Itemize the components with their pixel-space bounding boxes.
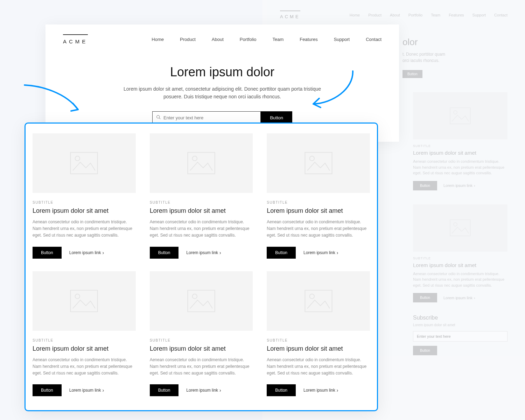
nav-portfolio[interactable]: Portfolio <box>240 37 257 42</box>
nav-team[interactable]: Team <box>273 37 284 42</box>
bg-card: SUBTITLE Lorem ipsum dolor sit amet Aene… <box>413 204 507 303</box>
bg-logo: ACME <box>280 10 300 19</box>
card: SUBTITLE Lorem ipsum dolor sit amet Aene… <box>150 133 253 259</box>
card-subtitle: SUBTITLE <box>33 201 136 204</box>
card-body: Aenean consectetur odio in condimentum t… <box>150 219 253 239</box>
svg-rect-6 <box>71 152 98 174</box>
card-link[interactable]: Lorem ipsum link › <box>303 250 338 255</box>
card-button[interactable]: Button <box>150 247 179 259</box>
card-link[interactable]: Lorem ipsum link › <box>303 387 338 393</box>
card-subtitle: SUBTITLE <box>150 201 253 204</box>
bg-nav-item: Product <box>368 13 382 17</box>
highlighted-cards-section: SUBTITLE Lorem ipsum dolor sit amet Aene… <box>24 122 378 411</box>
svg-rect-12 <box>71 290 98 312</box>
bg-hero-title: olor <box>402 37 507 48</box>
card-image-placeholder <box>150 133 253 193</box>
card-link[interactable]: Lorem ipsum link › <box>69 387 104 393</box>
nav-home[interactable]: Home <box>152 37 164 42</box>
search-icon <box>156 115 161 120</box>
image-placeholder-icon <box>187 152 215 174</box>
image-placeholder-icon <box>304 290 332 312</box>
image-placeholder-icon <box>70 290 98 312</box>
search-input[interactable] <box>161 112 257 124</box>
svg-point-11 <box>309 156 314 161</box>
bg-card-image-placeholder <box>413 204 507 252</box>
card-image-placeholder <box>267 133 370 193</box>
hero-title: Lorem ipsum dolor <box>63 65 382 79</box>
card-title: Lorem ipsum dolor sit amet <box>267 345 370 352</box>
svg-rect-0 <box>450 108 470 124</box>
bg-subscribe: Subscribe Lorem ipsum dolor sit amet But… <box>413 315 507 355</box>
card: SUBTITLE Lorem ipsum dolor sit amet Aene… <box>267 133 370 259</box>
svg-point-17 <box>309 294 314 299</box>
bg-card-button: Button <box>413 181 437 190</box>
svg-point-7 <box>75 156 80 161</box>
nav-support[interactable]: Support <box>334 37 350 42</box>
bg-nav-item: Support <box>472 13 486 17</box>
chevron-right-icon: › <box>337 250 338 255</box>
nav-about[interactable]: About <box>212 37 224 42</box>
card-image-placeholder <box>150 271 253 331</box>
bg-subscribe-button: Button <box>413 346 437 355</box>
bg-nav-item: Home <box>350 13 360 17</box>
svg-point-13 <box>75 294 80 299</box>
logo[interactable]: ACME <box>63 34 88 44</box>
card-title: Lorem ipsum dolor sit amet <box>267 207 370 215</box>
card: SUBTITLE Lorem ipsum dolor sit amet Aene… <box>267 271 370 397</box>
bg-nav-item: About <box>390 13 400 17</box>
svg-line-5 <box>159 118 160 119</box>
card-button[interactable]: Button <box>33 384 62 396</box>
svg-point-3 <box>454 223 457 226</box>
card-link[interactable]: Lorem ipsum link › <box>186 387 221 393</box>
chevron-right-icon: › <box>219 387 221 393</box>
nav-contact[interactable]: Contact <box>366 37 382 42</box>
svg-point-15 <box>192 294 197 299</box>
card-body: Aenean consectetur odio in condimentum t… <box>33 219 136 239</box>
svg-rect-16 <box>305 290 332 312</box>
bg-card-subtitle: SUBTITLE <box>413 144 507 148</box>
card-body: Aenean consectetur odio in condimentum t… <box>267 219 370 239</box>
bg-card-link: Lorem ipsum link › <box>443 296 475 300</box>
svg-rect-14 <box>188 290 215 312</box>
card-image-placeholder <box>33 133 136 193</box>
chevron-right-icon: › <box>474 296 475 300</box>
chevron-right-icon: › <box>474 183 475 188</box>
bg-card-title: Lorem ipsum dolor sit amet <box>413 150 507 156</box>
bg-hero-sub: t. Donec porttitor quam orci iaculis rho… <box>402 51 507 64</box>
card-title: Lorem ipsum dolor sit amet <box>33 207 136 215</box>
card-body: Aenean consectetur odio in condimentum t… <box>267 357 370 377</box>
card-image-placeholder <box>33 271 136 331</box>
card-subtitle: SUBTITLE <box>267 338 370 342</box>
card-link[interactable]: Lorem ipsum link › <box>69 250 104 255</box>
bg-card-body: Aenean consectetur odio in condimentum t… <box>413 159 507 176</box>
card-title: Lorem ipsum dolor sit amet <box>150 207 253 215</box>
bg-subscribe-input <box>413 331 507 342</box>
card: SUBTITLE Lorem ipsum dolor sit amet Aene… <box>150 271 253 397</box>
bg-card: SUBTITLE Lorem ipsum dolor sit amet Aene… <box>413 92 507 190</box>
card-subtitle: SUBTITLE <box>33 338 136 342</box>
svg-point-4 <box>157 115 160 118</box>
svg-point-9 <box>192 156 197 161</box>
hero-subtitle: Lorem ipsum dolor sit amet, consectetur … <box>121 85 324 101</box>
bg-card-image-placeholder <box>413 92 507 139</box>
svg-rect-10 <box>305 152 332 174</box>
nav-features[interactable]: Features <box>300 37 317 42</box>
card-button[interactable]: Button <box>267 247 296 259</box>
bg-subscribe-desc: Lorem ipsum dolor sit amet <box>413 323 507 327</box>
svg-point-1 <box>454 111 457 114</box>
bg-nav-item: Team <box>431 13 440 17</box>
chevron-right-icon: › <box>102 387 104 393</box>
card-link[interactable]: Lorem ipsum link › <box>186 250 221 255</box>
chevron-right-icon: › <box>337 387 338 393</box>
nav-product[interactable]: Product <box>180 37 196 42</box>
bg-nav-item: Features <box>449 13 464 17</box>
card-button[interactable]: Button <box>267 384 296 396</box>
card-title: Lorem ipsum dolor sit amet <box>33 345 136 352</box>
card-button[interactable]: Button <box>150 384 179 396</box>
bg-card-button: Button <box>413 293 437 302</box>
card-button[interactable]: Button <box>33 247 62 259</box>
image-placeholder-icon <box>304 152 332 174</box>
card-title: Lorem ipsum dolor sit amet <box>150 345 253 352</box>
svg-rect-8 <box>188 152 215 174</box>
chevron-right-icon: › <box>219 250 221 255</box>
